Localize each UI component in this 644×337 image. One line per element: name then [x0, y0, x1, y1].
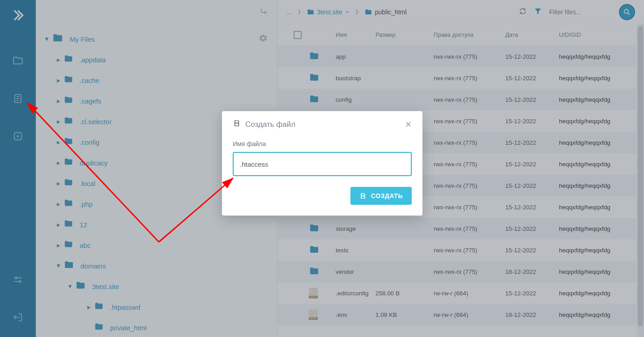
create-button-label: СОЗДАТЬ [371, 192, 403, 199]
close-icon[interactable]: ✕ [405, 120, 412, 130]
create-button[interactable]: СОЗДАТЬ [350, 187, 412, 205]
create-file-dialog: Создать файл ✕ Имя файла СОЗДАТЬ [222, 111, 422, 216]
dialog-title: Создать файл [245, 120, 295, 129]
save-icon [233, 119, 241, 130]
filename-input[interactable] [233, 152, 412, 176]
filename-label: Имя файла [233, 140, 412, 147]
